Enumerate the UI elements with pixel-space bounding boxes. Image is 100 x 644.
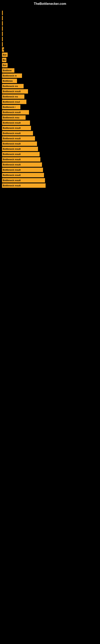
bar-label: Bottleneck result bbox=[3, 184, 21, 187]
bar-row: Bottleneck res bbox=[2, 94, 98, 99]
bar-label: Bottleneck resu bbox=[3, 116, 19, 119]
bar-item: Bottleneck result bbox=[2, 89, 28, 94]
bar-item: Bo bbox=[2, 58, 6, 62]
bar-row: Bottleneck re bbox=[2, 74, 98, 78]
bar-row: Bottleneck result bbox=[2, 183, 98, 188]
bar-label: Bottleneck result bbox=[3, 111, 21, 114]
bar-row: Bottleneck result bbox=[2, 173, 98, 177]
bar-row: Bottleneck r bbox=[2, 105, 98, 109]
bar-row: Bo bbox=[2, 58, 98, 62]
bar-row: Bottleneck result bbox=[2, 136, 98, 141]
bar-label: Bottleneck result bbox=[3, 158, 21, 160]
bar-row bbox=[2, 42, 98, 46]
site-title: TheBottlenecker.com bbox=[0, 0, 100, 7]
bar-label: Bottleneck result bbox=[3, 122, 21, 124]
bar-row: Bottleneck result bbox=[2, 162, 98, 167]
bar-row: Bottleneck resul bbox=[2, 100, 98, 104]
bar-row: Bottleneck result bbox=[2, 178, 98, 182]
bar-label: Bottleneck res bbox=[3, 96, 18, 98]
bar-item: Bottleneck result bbox=[2, 152, 40, 156]
bar-item bbox=[2, 16, 3, 20]
bar-label: Bottleneck result bbox=[3, 174, 21, 176]
bar-label: Bottleneck result bbox=[3, 179, 21, 182]
bars-container: BBotBoBotBottleneBottleneck reBottlenecB… bbox=[0, 7, 100, 190]
bar-label: Bottleneck result bbox=[3, 90, 21, 92]
bar-row: Bottlene bbox=[2, 68, 98, 73]
bar-item: Bottleneck res bbox=[2, 94, 24, 99]
bar-row bbox=[2, 11, 98, 15]
bar-row: Bottleneck result bbox=[2, 89, 98, 94]
bar-row bbox=[2, 37, 98, 41]
bar-item: Bottleneck result bbox=[2, 110, 29, 114]
bar-label: Bottleneck result bbox=[3, 153, 21, 155]
bar-item: Bottleneck r bbox=[2, 105, 20, 109]
bar-item: Bottleneck result bbox=[2, 126, 31, 130]
bar-item: B bbox=[2, 47, 4, 52]
bar-item: Bottleneck res bbox=[2, 84, 24, 88]
bar-label: Bot bbox=[3, 64, 6, 66]
bar-item: Bottlenec bbox=[2, 79, 17, 83]
bar-row: Bottleneck result bbox=[2, 168, 98, 172]
bar-row bbox=[2, 21, 98, 26]
bar-row bbox=[2, 16, 98, 20]
bar-row: Bottleneck result bbox=[2, 152, 98, 156]
bar-row: Bottleneck resu bbox=[2, 115, 98, 120]
bar-label: Bottleneck result bbox=[3, 148, 21, 150]
bar-row bbox=[2, 26, 98, 31]
bar-row: Bot bbox=[2, 52, 98, 57]
bar-label: Bottleneck re bbox=[3, 74, 17, 77]
bar-label: Bottleneck result bbox=[3, 142, 21, 145]
bar-label: Bottleneck result bbox=[3, 127, 21, 129]
bar-row: Bottleneck result bbox=[2, 157, 98, 162]
bar-row: Bottleneck result bbox=[2, 120, 98, 125]
bar-item bbox=[2, 26, 3, 31]
bar-item bbox=[2, 32, 3, 36]
bar-item: Bottleneck result bbox=[2, 173, 44, 177]
bar-row: Bottlenec bbox=[2, 79, 98, 83]
bar-label: B bbox=[3, 48, 4, 51]
bar-item: Bottleneck resu bbox=[2, 115, 26, 120]
bar-label: Bottleneck result bbox=[3, 169, 21, 171]
bar-item bbox=[2, 11, 3, 15]
bar-item: Bottleneck result bbox=[2, 168, 43, 172]
bar-row: Bottleneck res bbox=[2, 84, 98, 88]
bar-item: Bottleneck result bbox=[2, 142, 37, 146]
bar-row: Bottleneck result bbox=[2, 126, 98, 130]
bar-item: Bottleneck result bbox=[2, 120, 30, 125]
bar-label: Bottleneck result bbox=[3, 132, 21, 134]
bar-item bbox=[2, 37, 3, 41]
bar-item: Bottleneck result bbox=[2, 178, 45, 182]
bar-label: Bottlenec bbox=[3, 80, 13, 82]
bar-label: Bo bbox=[3, 59, 6, 61]
bar-item bbox=[2, 42, 3, 46]
bar-label: Bottleneck res bbox=[3, 85, 18, 87]
bar-item: Bottleneck re bbox=[2, 74, 22, 78]
bar-label: Bottleneck resul bbox=[3, 100, 20, 103]
bar-row: Bottleneck result bbox=[2, 110, 98, 114]
bar-row bbox=[2, 32, 98, 36]
bar-item: Bottleneck result bbox=[2, 147, 38, 151]
bar-label: Bot bbox=[3, 54, 6, 56]
bar-row: Bottleneck result bbox=[2, 142, 98, 146]
bar-item: Bottleneck resul bbox=[2, 100, 26, 104]
bar-item: Bottleneck result bbox=[2, 136, 35, 141]
bar-row: Bottleneck result bbox=[2, 131, 98, 136]
bar-row: B bbox=[2, 47, 98, 52]
bar-item: Bot bbox=[2, 52, 8, 57]
bar-item: Bottleneck result bbox=[2, 183, 46, 188]
bar-row: Bot bbox=[2, 63, 98, 68]
bar-label: Bottleneck result bbox=[3, 164, 21, 166]
bar-item: Bottleneck result bbox=[2, 157, 40, 162]
bar-label: Bottlene bbox=[3, 69, 12, 72]
bar-item: Bottleneck result bbox=[2, 162, 42, 167]
bar-item: Bot bbox=[2, 63, 8, 68]
bar-item bbox=[2, 21, 3, 26]
bar-item: Bottleneck result bbox=[2, 131, 33, 136]
bar-row: Bottleneck result bbox=[2, 147, 98, 151]
bar-label: Bottleneck result bbox=[3, 137, 21, 140]
bar-item: Bottlene bbox=[2, 68, 14, 73]
bar-label: Bottleneck r bbox=[3, 106, 16, 108]
